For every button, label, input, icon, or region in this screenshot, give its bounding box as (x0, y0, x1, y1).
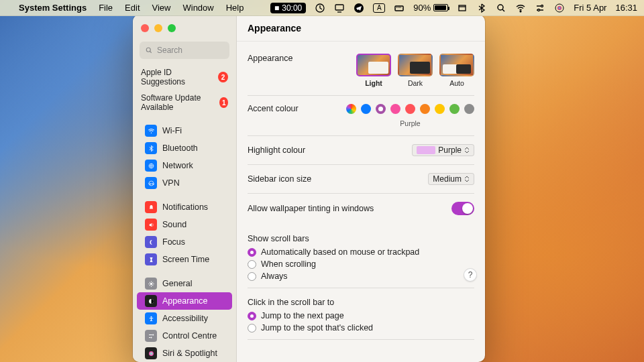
radio-label: Jump to the spot that's clicked (261, 323, 373, 333)
help-button[interactable]: ? (464, 268, 477, 282)
sidebar-item-wi-fi[interactable]: Wi-Fi (137, 122, 232, 139)
accent-swatch[interactable] (464, 104, 474, 114)
radio-option[interactable]: Automatically based on mouse or trackpad (248, 246, 474, 258)
close-button[interactable] (141, 24, 149, 32)
wifi-icon[interactable] (515, 3, 526, 13)
sidebar-item-control-centre[interactable]: Control Centre (137, 327, 232, 345)
sidebar-item-accessibility[interactable]: Accessibility (137, 310, 232, 327)
menu-extra-icon[interactable] (394, 3, 405, 13)
menu-window[interactable]: Window (182, 3, 213, 13)
minimize-button[interactable] (154, 24, 162, 32)
bt-icon (145, 142, 157, 154)
sidebar-icon-size-popup[interactable]: Medium (428, 173, 474, 185)
radio-dot (248, 260, 256, 269)
accent-swatch[interactable] (420, 104, 430, 114)
menu-extra-icon[interactable] (334, 3, 345, 13)
control-centre-icon[interactable] (535, 3, 545, 13)
sidebar-item-label: General (162, 279, 192, 288)
hour-icon (145, 253, 157, 265)
menu-file[interactable]: File (99, 3, 113, 13)
globe-icon (145, 160, 157, 172)
svg-point-7 (541, 5, 543, 7)
radio-dot (248, 312, 256, 320)
sidebar-item-label: Accessibility (162, 314, 208, 323)
radio-label: When scrolling (261, 259, 316, 269)
svg-point-10 (557, 6, 561, 10)
svg-point-5 (498, 5, 503, 10)
accent-swatch[interactable] (390, 104, 400, 114)
svg-point-16 (150, 282, 152, 284)
sound-icon (145, 219, 157, 231)
radio-label: Automatically based on mouse or trackpad (261, 247, 419, 257)
highlight-colour-popup[interactable]: Purple (412, 144, 474, 156)
search-placeholder: Search (157, 46, 182, 55)
menu-edit[interactable]: Edit (125, 3, 140, 13)
svg-point-6 (521, 11, 522, 12)
bluetooth-icon[interactable] (476, 3, 487, 13)
row-label: Allow wallpaper tinting in windows (248, 204, 374, 213)
sidebar-item-siri-spotlight[interactable]: Siri & Spotlight (137, 345, 232, 362)
radio-dot (248, 324, 256, 333)
sidebar-item-sound[interactable]: Sound (137, 216, 232, 233)
menu-help[interactable]: Help (226, 3, 244, 13)
mode-label: Auto (449, 79, 464, 87)
sidebar-notice[interactable]: Apple ID Suggestions2 (133, 64, 236, 90)
sidebar-item-label: Screen Time (162, 255, 209, 264)
content-pane: Appearance Appearance LightDarkAuto Acce… (237, 15, 485, 362)
svg-text:VPN: VPN (148, 182, 154, 185)
accent-swatch[interactable] (449, 104, 460, 114)
accent-swatch[interactable] (346, 104, 356, 114)
sidebar-item-network[interactable]: Network (137, 157, 232, 174)
clock-time[interactable]: 16:31 (615, 3, 637, 13)
app-menu[interactable]: System Settings (19, 3, 87, 13)
siri-icon (145, 347, 157, 359)
settings-window: Search Apple ID Suggestions2 Software Up… (133, 15, 485, 362)
search-input[interactable]: Search (140, 42, 229, 59)
siri-icon[interactable] (554, 3, 565, 13)
menu-extra-icon[interactable] (457, 3, 468, 13)
spotlight-icon[interactable] (496, 3, 506, 13)
battery-menu-extra[interactable]: 90% (413, 3, 448, 13)
sidebar-item-focus[interactable]: Focus (137, 233, 232, 251)
row-label: Sidebar icon size (248, 174, 311, 184)
accent-swatch[interactable] (376, 104, 386, 114)
sidebar-item-general[interactable]: General (137, 275, 232, 292)
accent-swatch[interactable] (361, 104, 371, 114)
accent-swatch[interactable] (405, 104, 415, 114)
sidebar-item-notifications[interactable]: Notifications (137, 198, 232, 216)
sidebar-item-vpn[interactable]: VPNVPN (137, 174, 232, 192)
accent-swatch[interactable] (435, 104, 445, 114)
clock-date[interactable]: Fri 5 Apr (574, 3, 606, 13)
sidebar-item-label: Wi-Fi (162, 126, 182, 135)
svg-point-20 (150, 337, 152, 338)
radio-option[interactable]: Jump to the spot that's clicked (248, 322, 474, 334)
timer-menu-extra[interactable]: ■ 30:00 (270, 3, 306, 13)
menu-view[interactable]: View (152, 3, 171, 13)
wallpaper-tinting-toggle[interactable] (451, 202, 474, 215)
radio-option[interactable]: Always (248, 270, 474, 282)
sidebar-item-label: Siri & Spotlight (162, 349, 217, 358)
appearance-mode-light[interactable]: Light (356, 54, 391, 87)
group-title: Click in the scroll bar to (248, 298, 474, 307)
acc-icon (145, 312, 157, 324)
telegram-icon[interactable] (354, 3, 364, 13)
input-source-icon[interactable]: A (373, 3, 385, 13)
menu-extra-icon[interactable] (315, 3, 325, 13)
sidebar-notice[interactable]: Software Update Available1 (133, 90, 236, 115)
appearance-mode-auto[interactable]: Auto (439, 54, 474, 87)
radio-option[interactable]: When scrolling (248, 258, 474, 270)
sidebar-item-screen-time[interactable]: Screen Time (137, 251, 232, 268)
radio-label: Always (261, 272, 288, 281)
appearance-mode-dark[interactable]: Dark (398, 54, 433, 87)
svg-rect-1 (335, 5, 343, 10)
mode-label: Dark (408, 79, 423, 87)
svg-point-8 (538, 9, 540, 11)
sidebar-item-bluetooth[interactable]: Bluetooth (137, 139, 232, 157)
svg-point-12 (150, 132, 151, 133)
radio-dot (248, 272, 256, 281)
sidebar-item-appearance[interactable]: Appearance (137, 292, 232, 310)
radio-label: Jump to the next page (261, 311, 344, 320)
zoom-button[interactable] (168, 24, 176, 32)
radio-option[interactable]: Jump to the next page (248, 310, 474, 322)
svg-point-21 (149, 351, 154, 356)
